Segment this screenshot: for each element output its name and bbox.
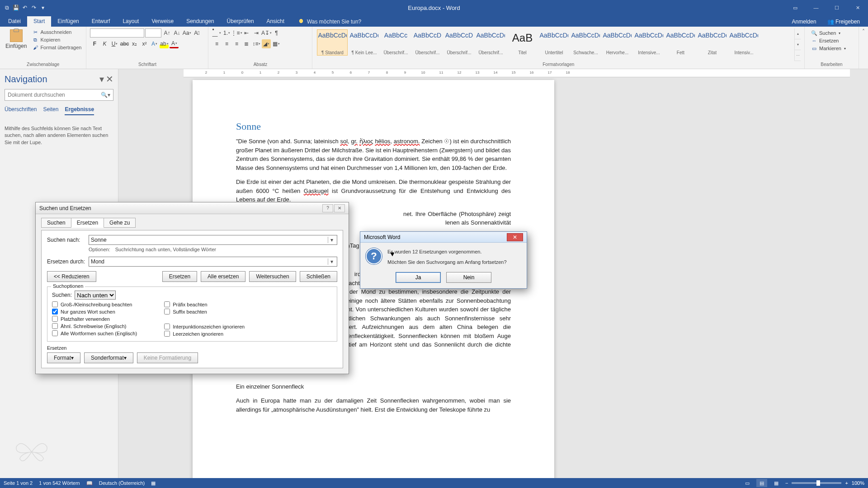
text-effects-icon[interactable]: A <box>150 39 159 48</box>
chk-word-forms[interactable]: Alle Wortformen suchen (Englisch) <box>52 330 137 336</box>
shading-icon[interactable]: ◢ <box>262 39 271 48</box>
outdent-icon[interactable]: ⇤ <box>242 28 251 38</box>
no-formatting-button[interactable]: Keine Formatierung <box>137 352 198 363</box>
tab-references[interactable]: Verweise <box>145 16 180 27</box>
nav-tab-headings[interactable]: Überschriften <box>5 106 37 115</box>
chevron-down-icon[interactable]: ▾ <box>328 258 335 265</box>
message-box[interactable]: Microsoft Word ✕ ? Es wurden 12 Ersetzun… <box>360 231 527 289</box>
status-language[interactable]: Deutsch (Österreich) <box>99 480 145 486</box>
tab-layout[interactable]: Layout <box>116 16 145 27</box>
no-button[interactable]: Nein <box>446 272 491 283</box>
tab-search[interactable]: Suchen <box>41 218 71 228</box>
macro-icon[interactable]: ▦ <box>151 480 156 486</box>
grow-font-icon[interactable]: A↑ <box>162 28 171 38</box>
chk-suffix[interactable]: Suffix beachten <box>164 309 245 314</box>
tab-mailings[interactable]: Sendungen <box>180 16 220 27</box>
save-icon[interactable]: 💾 <box>13 5 19 11</box>
zoom-out-icon[interactable]: − <box>785 480 788 486</box>
italic-icon[interactable]: K <box>100 39 109 48</box>
gallery-scroll[interactable]: ▴▾⋯ <box>794 28 801 61</box>
style-item[interactable]: AaBbCcDÜberschrif... <box>443 29 474 56</box>
tab-file[interactable]: Datei <box>2 16 27 27</box>
font-name-input[interactable] <box>90 28 144 38</box>
chk-prefix[interactable]: Präfix beachten <box>164 301 245 307</box>
format-painter-button[interactable]: 🖌Format übertragen <box>31 44 82 51</box>
close-icon[interactable]: ✕ <box>334 204 345 212</box>
nav-close-icon[interactable]: ✕ <box>106 74 113 84</box>
replace-button[interactable]: ↔Ersetzen <box>810 37 853 44</box>
justify-icon[interactable]: ≣ <box>242 39 251 48</box>
style-item[interactable]: AaBbCcDd¶ Standard <box>317 29 348 56</box>
style-item[interactable]: AaBbCcDÜberschrif... <box>412 29 443 56</box>
bold-icon[interactable]: F <box>90 39 99 48</box>
status-words[interactable]: 1 von 542 Wörtern <box>39 480 80 486</box>
qat-more-icon[interactable]: ▾ <box>40 5 46 11</box>
highlight-icon[interactable]: ab <box>160 39 169 48</box>
align-right-icon[interactable]: ≡ <box>232 39 241 48</box>
subscript-icon[interactable]: x₂ <box>130 39 139 48</box>
select-button[interactable]: ▭Markieren▾ <box>810 45 853 52</box>
ribbon-display-icon[interactable]: ▭ <box>785 0 806 15</box>
align-center-icon[interactable]: ≡ <box>222 39 231 48</box>
indent-icon[interactable]: ⇥ <box>252 28 261 38</box>
style-item[interactable]: AaBbCcDdZitat <box>697 29 727 56</box>
style-item[interactable]: AaBbCcDdFett <box>665 29 696 56</box>
format-button[interactable]: Format ▾ <box>47 352 80 363</box>
strike-icon[interactable]: abc <box>120 39 129 48</box>
zoom-slider[interactable] <box>792 482 841 484</box>
tab-start[interactable]: Start <box>27 16 51 27</box>
zoom-level[interactable]: 100% <box>852 480 864 486</box>
zoom-in-icon[interactable]: + <box>845 480 848 486</box>
style-item[interactable]: AaBbCcDdIntensive... <box>633 29 664 56</box>
style-item[interactable]: AaBbCcDdÜberschrif... <box>475 29 506 56</box>
replace-all-button[interactable]: Alle ersetzen <box>201 271 245 282</box>
less-button[interactable]: << Reduzieren <box>47 271 96 282</box>
replace-button[interactable]: Ersetzen <box>162 271 197 282</box>
chk-whole-word[interactable]: Nur ganzes Wort suchen <box>52 309 137 314</box>
web-layout-icon[interactable]: ▦ <box>771 479 782 487</box>
help-icon[interactable]: ? <box>322 204 333 212</box>
sort-icon[interactable]: A↧ <box>262 28 271 38</box>
horizontal-ruler[interactable]: 210123456789101112131415161718 <box>184 69 850 77</box>
tab-goto[interactable]: Gehe zu <box>104 218 136 228</box>
style-item[interactable]: AaBbCcDd¶ Kein Lee... <box>349 29 379 56</box>
minimize-icon[interactable]: — <box>806 0 826 15</box>
chk-punct[interactable]: Interpunktionszeichen ignorieren <box>164 324 245 329</box>
style-item[interactable]: AaBbCcDdUntertitel <box>538 29 569 56</box>
cut-button[interactable]: ✂Ausschneiden <box>31 28 82 36</box>
close-icon[interactable]: ✕ <box>847 0 868 15</box>
redo-icon[interactable]: ↷ <box>31 5 37 11</box>
close-button[interactable]: Schließen <box>300 271 337 282</box>
style-item[interactable]: AaBTitel <box>507 29 538 56</box>
chk-whitespace[interactable]: Leerzeichen ignorieren <box>164 331 245 337</box>
style-item[interactable]: AaBbCcÜberschrif... <box>380 29 411 56</box>
nav-tab-results[interactable]: Ergebnisse <box>65 106 94 115</box>
collapse-ribbon-icon[interactable]: ˄ <box>859 27 868 69</box>
share-button[interactable]: 👥 Freigeben <box>823 17 864 27</box>
status-page[interactable]: Seite 1 von 2 <box>4 480 33 486</box>
tab-view[interactable]: Ansicht <box>260 16 291 27</box>
yes-button[interactable]: Ja <box>396 272 441 283</box>
style-item[interactable]: AaBbCcDdSchwache... <box>570 29 601 56</box>
close-icon[interactable]: ✕ <box>507 233 523 241</box>
paste-button[interactable]: Einfügen <box>4 28 28 51</box>
styles-gallery[interactable]: AaBbCcDd¶ StandardAaBbCcDd¶ Kein Lee...A… <box>316 28 801 61</box>
tab-insert[interactable]: Einfügen <box>51 16 85 27</box>
tab-review[interactable]: Überprüfen <box>221 16 260 27</box>
chk-wildcard[interactable]: Platzhalter verwenden <box>52 316 137 322</box>
search-direction-select[interactable]: Nach unten <box>75 291 116 300</box>
chk-sounds-like[interactable]: Ähnl. Schreibweise (Englisch) <box>52 323 137 329</box>
special-button[interactable]: Sonderformat ▾ <box>84 352 133 363</box>
shrink-font-icon[interactable]: A↓ <box>172 28 181 38</box>
font-size-input[interactable] <box>145 28 161 38</box>
tab-replace[interactable]: Ersetzen <box>71 218 104 228</box>
undo-icon[interactable]: ↶ <box>22 5 28 11</box>
clear-format-icon[interactable]: A⃠ <box>192 28 201 38</box>
signin-button[interactable]: Anmelden <box>788 17 821 27</box>
maximize-icon[interactable]: ☐ <box>826 0 847 15</box>
bullets-icon[interactable]: •— <box>212 28 221 38</box>
style-item[interactable]: AaBbCcDdHervorhe... <box>602 29 632 56</box>
nav-tab-pages[interactable]: Seiten <box>43 106 58 115</box>
print-layout-icon[interactable]: ▤ <box>756 479 767 487</box>
chk-case[interactable]: Groß-/Kleinschreibung beachten <box>52 301 137 307</box>
